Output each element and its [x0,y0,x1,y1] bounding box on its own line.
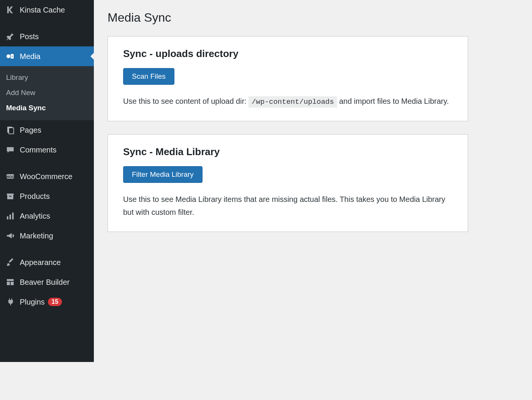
submenu-media: Library Add New Media Sync [0,66,94,120]
svg-text:WOO: WOO [6,175,15,179]
sidebar-item-pages[interactable]: Pages [0,120,94,140]
svg-rect-13 [7,282,10,285]
sidebar-item-label: Analytics [20,212,50,221]
sidebar-item-label: Beaver Builder [20,278,70,287]
svg-point-0 [6,54,10,58]
sidebar-item-media[interactable]: Media [0,46,94,66]
card-description: Use this to see content of upload dir: /… [123,95,453,108]
svg-rect-11 [12,213,14,219]
page-title: Media Sync [108,11,468,25]
filter-media-library-button[interactable]: Filter Media Library [123,166,203,183]
card-description: Use this to see Media Library items that… [123,193,453,219]
sidebar-item-label: Media [20,52,40,61]
sidebar-item-label: Kinsta Cache [20,6,65,14]
svg-rect-12 [7,279,14,281]
sidebar-item-appearance[interactable]: Appearance [0,252,94,272]
sidebar-item-marketing[interactable]: Marketing [0,226,94,246]
submenu-item-library[interactable]: Library [0,70,94,85]
archive-icon [5,191,15,201]
card-heading: Sync - Media Library [123,146,453,158]
upload-path-code: /wp-content/uploads [249,96,337,108]
submenu-item-media-sync[interactable]: Media Sync [0,100,94,116]
kinsta-icon [5,5,15,15]
sidebar-item-label: Posts [20,32,39,41]
svg-rect-14 [11,282,14,285]
sidebar-item-comments[interactable]: Comments [0,140,94,160]
svg-rect-8 [9,196,11,197]
chart-icon [5,211,15,221]
media-icon [5,51,15,61]
sidebar-item-label: Appearance [20,258,61,267]
sidebar-item-label: Comments [20,146,57,154]
svg-rect-6 [7,194,14,195]
pushpin-icon [5,32,15,41]
sidebar-item-woocommerce[interactable]: WOO WooCommerce [0,167,94,186]
sidebar-item-beaver-builder[interactable]: Beaver Builder [0,272,94,292]
main-content: Media Sync Sync - uploads directory Scan… [94,0,482,362]
sidebar-item-label: Products [20,192,50,201]
menu-separator [0,160,94,167]
plug-icon [5,297,15,307]
woocommerce-icon: WOO [5,171,15,181]
menu-separator [0,246,94,252]
sidebar-item-label: Pages [20,126,41,135]
sidebar-item-plugins[interactable]: Plugins 15 [0,292,94,312]
sidebar-item-posts[interactable]: Posts [0,27,94,46]
svg-rect-9 [7,216,8,219]
desc-text: Use this to see content of upload dir: [123,97,249,105]
menu-separator [0,20,94,27]
submenu-item-add-new[interactable]: Add New [0,85,94,100]
megaphone-icon [5,231,15,241]
comments-icon [5,145,15,155]
sidebar-item-kinsta-cache[interactable]: Kinsta Cache [0,0,94,20]
sidebar-item-products[interactable]: Products [0,186,94,206]
scan-files-button[interactable]: Scan Files [123,68,174,85]
sidebar-item-analytics[interactable]: Analytics [0,206,94,226]
brush-icon [5,257,15,267]
svg-rect-3 [9,128,14,134]
svg-rect-7 [7,195,13,199]
pages-icon [5,125,15,135]
card-heading: Sync - uploads directory [123,48,453,60]
svg-rect-10 [10,214,11,219]
update-count-badge: 15 [48,298,62,306]
card-sync-media-library: Sync - Media Library Filter Media Librar… [108,134,468,232]
layout-icon [5,277,15,287]
admin-sidebar: Kinsta Cache Posts Media Library Add New… [0,0,94,362]
desc-text: and import files to Media Library. [339,97,449,105]
card-sync-uploads: Sync - uploads directory Scan Files Use … [108,36,468,121]
sidebar-item-label: Marketing [20,232,53,240]
sidebar-item-label: WooCommerce [20,172,73,181]
sidebar-item-label: Plugins [20,298,45,306]
